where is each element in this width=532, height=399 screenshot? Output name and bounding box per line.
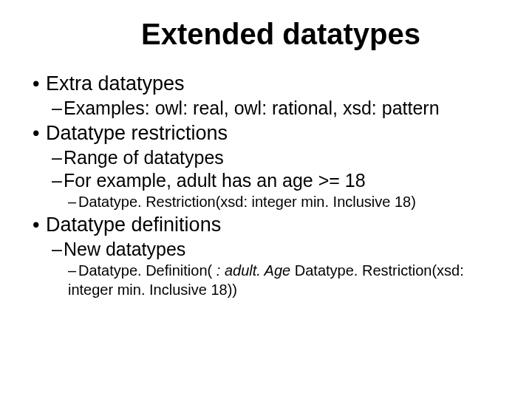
subbullet-examples: –Examples: owl: real, owl: rational, xsd… (52, 97, 502, 120)
subbullet-adult-age: –For example, adult has an age >= 18 (52, 169, 502, 192)
bullet-datatype-restrictions: •Datatype restrictions (33, 121, 502, 146)
dash-icon: – (68, 261, 78, 280)
bullet-text: Extra datatypes (46, 72, 185, 95)
bullet-text: Datatype restrictions (46, 122, 228, 144)
bullet-dot-icon: • (33, 72, 46, 97)
subbullet-text: Examples: owl: real, owl: rational, xsd:… (64, 98, 440, 118)
subbullet-text: Range of datatypes (64, 147, 224, 168)
subbullet-text: New datatypes (64, 239, 185, 259)
dash-icon: – (52, 97, 64, 120)
subbullet-range: –Range of datatypes (52, 146, 502, 169)
subbullet-new-datatypes: –New datatypes (52, 238, 502, 261)
bullet-dot-icon: • (33, 121, 46, 146)
bullet-dot-icon: • (33, 213, 46, 238)
subsubbullet-text-a: Datatype. Definition( (78, 262, 216, 279)
bullet-text: Datatype definitions (46, 214, 221, 236)
subsubbullet-definition-code: –Datatype. Definition( : adult. Age Data… (68, 261, 502, 299)
slide-title: Extended datatypes (59, 18, 502, 51)
dash-icon: – (68, 192, 78, 211)
subsubbullet-restriction-code: –Datatype. Restriction(xsd: integer min.… (68, 192, 502, 211)
subsubbullet-text: Datatype. Restriction(xsd: integer min. … (78, 194, 416, 210)
bullet-datatype-definitions: •Datatype definitions (33, 213, 502, 238)
subsubbullet-text-italic: : adult. Age (216, 262, 290, 279)
dash-icon: – (52, 169, 64, 192)
dash-icon: – (52, 146, 64, 169)
subbullet-text: For example, adult has an age >= 18 (64, 170, 366, 191)
dash-icon: – (52, 238, 64, 261)
bullet-extra-datatypes: •Extra datatypes (33, 72, 502, 97)
